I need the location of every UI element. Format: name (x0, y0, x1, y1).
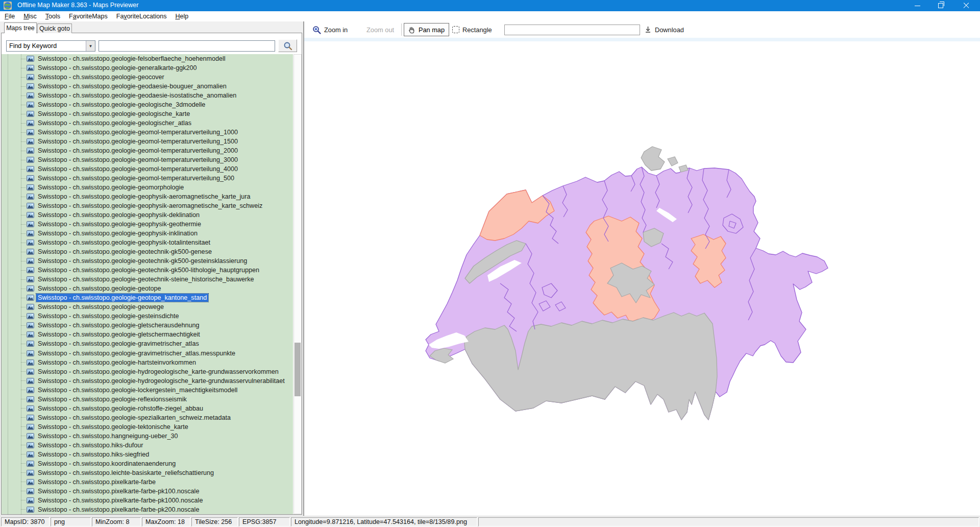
tree-item[interactable]: Swisstopo - ch.swisstopo.geologie-geophy… (2, 201, 293, 210)
switzerland-map[interactable] (422, 141, 841, 427)
rectangle-select-button[interactable]: Rectangle (452, 23, 492, 36)
tree-item[interactable]: Swisstopo - ch.swisstopo.geologie-geolog… (2, 109, 293, 118)
tree-item-label: Swisstopo - ch.swisstopo.geologie-geophy… (36, 229, 199, 237)
tree-item[interactable]: Swisstopo - ch.swisstopo.hangneigung-ueb… (2, 432, 293, 441)
tree-item[interactable]: Swisstopo - ch.swisstopo.pixelkarte-farb… (2, 477, 293, 487)
tree-item[interactable]: Swisstopo - ch.swisstopo.geologie-reflex… (2, 395, 293, 404)
map-layer-icon (27, 387, 34, 393)
tree-item[interactable]: Swisstopo - ch.swisstopo.geologie-geotec… (2, 247, 293, 256)
toolbar-separator (401, 23, 403, 36)
tree-item[interactable]: Swisstopo - ch.swisstopo.geologie-geolog… (2, 100, 293, 109)
tab-maps-tree[interactable]: Maps tree (4, 22, 37, 33)
download-icon (644, 26, 652, 34)
coordinate-input[interactable] (504, 25, 640, 35)
tree-item[interactable]: Swisstopo - ch.swisstopo.geologie-geotop… (2, 284, 293, 293)
menu-file[interactable]: File (5, 13, 15, 20)
tree-item[interactable]: Swisstopo - ch.swisstopo.geologie-geodae… (2, 91, 293, 100)
tree-connector (21, 426, 26, 427)
tree-connector (21, 224, 26, 225)
map-layer-icon (27, 157, 34, 163)
tree-item[interactable]: Swisstopo - ch.swisstopo.pixelkarte-farb… (2, 505, 293, 514)
map-layer-icon (27, 497, 34, 504)
tab-quick-goto[interactable]: Quick goto (37, 23, 72, 33)
tree-item[interactable]: Swisstopo - ch.swisstopo.geologie-geophy… (2, 229, 293, 238)
download-button[interactable]: Download (644, 23, 684, 36)
tree-item[interactable]: Swisstopo - ch.swisstopo.geologie-geolog… (2, 118, 293, 128)
tree-item[interactable]: Swisstopo - ch.swisstopo.geologie-locker… (2, 386, 293, 395)
tree-item[interactable]: Swisstopo - ch.swisstopo.koordinatenaend… (2, 459, 293, 468)
search-button[interactable] (278, 39, 297, 52)
tree-item[interactable]: Swisstopo - ch.swisstopo.geologie-geophy… (2, 238, 293, 247)
map-layer-icon (27, 102, 34, 108)
map-layer-icon (27, 120, 34, 126)
tree-item[interactable]: Swisstopo - ch.swisstopo.geologie-geophy… (2, 210, 293, 220)
tree-item[interactable]: Swisstopo - ch.swisstopo.geologie-gravim… (2, 339, 293, 348)
app-icon (4, 2, 12, 10)
tree-item[interactable]: Swisstopo - ch.swisstopo.geologie-gestei… (2, 312, 293, 321)
tree-item[interactable]: Swisstopo - ch.swisstopo.geologie-gravim… (2, 349, 293, 358)
map-layer-icon (27, 350, 34, 356)
status-tilesize: TileSize: 256 (191, 517, 238, 526)
tree-item[interactable]: Swisstopo - ch.swisstopo.geologie-geomol… (2, 174, 293, 183)
zoom-in-button[interactable]: Zoom in (312, 23, 348, 36)
tree-item[interactable]: Swisstopo - ch.swisstopo.geologie-spezia… (2, 413, 293, 422)
close-button[interactable] (952, 0, 980, 11)
tree-item[interactable]: Swisstopo - ch.swisstopo.hiks-dufour (2, 441, 293, 450)
tree-item[interactable]: Swisstopo - ch.swisstopo.pixelkarte-farb… (2, 496, 293, 505)
tree-item[interactable]: Swisstopo - ch.swisstopo.geologie-geophy… (2, 220, 293, 229)
map-layer-icon (27, 424, 34, 430)
tree-item[interactable]: Swisstopo - ch.swisstopo.geologie-tekton… (2, 422, 293, 432)
tree-item[interactable]: Swisstopo - ch.swisstopo.geologie-felsob… (2, 54, 293, 63)
tree-item[interactable]: Swisstopo - ch.swisstopo.geologie-hydrog… (2, 367, 293, 376)
search-input[interactable] (99, 40, 275, 52)
status-format: png (51, 517, 91, 526)
tree-connector (21, 233, 26, 234)
tree-item[interactable]: Swisstopo - ch.swisstopo.geologie-geotec… (2, 275, 293, 284)
tree-item[interactable]: Swisstopo - ch.swisstopo.geologie-geotop… (2, 293, 293, 302)
tree-item[interactable]: Swisstopo - ch.swisstopo.geologie-geomol… (2, 146, 293, 155)
tree-item[interactable]: Swisstopo - ch.swisstopo.geologie-geomol… (2, 137, 293, 146)
pan-map-toggle[interactable]: Pan map (404, 23, 449, 36)
restore-button[interactable] (929, 0, 952, 11)
tree-item[interactable]: Swisstopo - ch.swisstopo.leichte-basiska… (2, 468, 293, 477)
menu-tools[interactable]: Tools (45, 13, 60, 20)
minimize-button[interactable] (905, 0, 929, 11)
tree-item[interactable]: Swisstopo - ch.swisstopo.geologie-gletsc… (2, 330, 293, 339)
tree-connector (21, 141, 26, 142)
map-layer-icon (27, 405, 34, 412)
tree-item-label: Swisstopo - ch.swisstopo.geologie-geomol… (36, 174, 236, 182)
tree-item[interactable]: Swisstopo - ch.swisstopo.geologie-geomol… (2, 155, 293, 164)
tree-item[interactable]: Swisstopo - ch.swisstopo.geologie-geocov… (2, 73, 293, 82)
tree-item[interactable]: Swisstopo - ch.swisstopo.geologie-hartst… (2, 358, 293, 367)
map-layer-icon (27, 295, 34, 301)
tree-item[interactable]: Swisstopo - ch.swisstopo.geologie-hydrog… (2, 376, 293, 386)
tree-connector (21, 509, 26, 510)
tree-item[interactable]: Swisstopo - ch.swisstopo.geologie-geodae… (2, 82, 293, 91)
tree-item[interactable]: Swisstopo - ch.swisstopo.geologie-geotec… (2, 256, 293, 266)
map-layer-icon (27, 396, 34, 402)
zoom-out-button[interactable]: Zoom out (366, 23, 394, 36)
tree-item[interactable]: Swisstopo - ch.swisstopo.geologie-geotec… (2, 266, 293, 275)
tree-scrollbar-track[interactable] (293, 54, 302, 514)
chevron-down-icon[interactable]: ▼ (86, 41, 95, 51)
map-layer-icon (27, 184, 34, 190)
tree-item[interactable]: Swisstopo - ch.swisstopo.geologie-genera… (2, 63, 293, 73)
tree-item[interactable]: Swisstopo - ch.swisstopo.geologie-gletsc… (2, 321, 293, 330)
tree-item[interactable]: Swisstopo - ch.swisstopo.geologie-geomol… (2, 164, 293, 174)
tree-item[interactable]: Swisstopo - ch.swisstopo.geologie-rohsto… (2, 404, 293, 413)
tree-item[interactable]: Swisstopo - ch.swisstopo.geologie-geophy… (2, 192, 293, 201)
menu-help[interactable]: Help (175, 13, 188, 20)
tree-item[interactable]: Swisstopo - ch.swisstopo.geologie-geoweg… (2, 302, 293, 312)
pan-map-label: Pan map (419, 26, 445, 34)
find-mode-dropdown[interactable]: Find by Keyword ▼ (6, 40, 95, 52)
tree-item[interactable]: Swisstopo - ch.swisstopo.pixelkarte-farb… (2, 487, 293, 496)
tree-item[interactable]: Swisstopo - ch.swisstopo.geologie-geomol… (2, 128, 293, 137)
tree-scrollbar-thumb[interactable] (295, 343, 301, 396)
tree-item[interactable]: Swisstopo - ch.swisstopo.geologie-geomor… (2, 183, 293, 192)
tree-item[interactable]: Swisstopo - ch.swisstopo.hiks-siegfried (2, 450, 293, 459)
menu-favoritelocations[interactable]: FavoriteLocations (116, 13, 167, 20)
restore-icon (938, 3, 943, 8)
tree-item-label: Swisstopo - ch.swisstopo.pixelkarte-farb… (36, 478, 157, 486)
menu-misc[interactable]: Misc (23, 13, 37, 20)
menu-favoritemaps[interactable]: FavoriteMaps (69, 13, 108, 20)
